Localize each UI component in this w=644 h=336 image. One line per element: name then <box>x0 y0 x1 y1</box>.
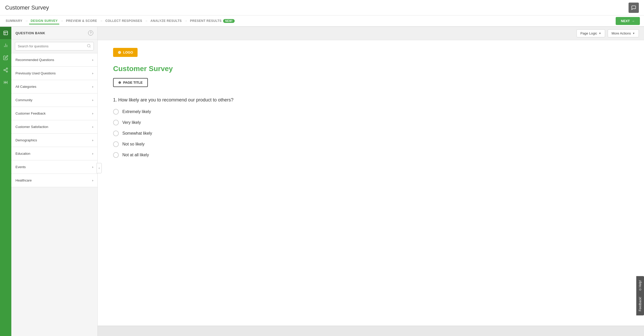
new-badge: NEW! <box>223 19 235 23</box>
chevron-right-icon: › <box>92 58 93 62</box>
qb-title: QUESTION BANK <box>15 31 45 35</box>
chevron-right-icon: › <box>92 111 93 115</box>
nav-bar: SUMMARY → DESIGN SURVEY → PREVIEW & SCOR… <box>0 15 644 27</box>
nav-step-preview[interactable]: PREVIEW & SCORE <box>64 18 99 24</box>
radio-button-5[interactable] <box>113 152 119 158</box>
radio-button-2[interactable] <box>113 120 119 125</box>
qb-item-customer-feedback[interactable]: Customer Feedback › <box>11 107 97 120</box>
sidebar-icon-settings[interactable] <box>0 76 11 89</box>
survey-title: Customer Survey <box>113 65 629 73</box>
chevron-right-icon: › <box>92 98 93 102</box>
qb-header: QUESTION BANK ? <box>11 27 97 39</box>
plus-circle-icon-2: ⊕ <box>118 81 121 84</box>
question-1-text: 1. How likely are you to recommend our p… <box>113 97 629 103</box>
qb-item-events[interactable]: Events › <box>11 160 97 174</box>
sidebar-icon-flow[interactable] <box>0 64 11 76</box>
answer-label-5: Not at all likely <box>122 153 149 157</box>
survey-content: ⊕ LOGO Customer Survey ⊕ PAGE TITLE 1. H… <box>98 40 644 326</box>
answer-option-2: Very likely <box>113 120 629 125</box>
nav-steps: SUMMARY → DESIGN SURVEY → PREVIEW & SCOR… <box>4 18 236 24</box>
next-arrow-icon: → <box>631 19 635 23</box>
survey-canvas: Page Logic ▼ More Actions ▼ ⊕ LOGO Custo… <box>98 27 644 336</box>
nav-step-collect[interactable]: COLLECT RESPONSES <box>104 18 144 24</box>
qb-item-customer-satisfaction[interactable]: Customer Satisfaction › <box>11 120 97 134</box>
svg-line-16 <box>90 47 90 47</box>
answer-option-1: Extremely likely <box>113 109 629 115</box>
search-icon <box>87 44 91 49</box>
page-logic-button[interactable]: Page Logic ▼ <box>577 29 605 37</box>
radio-button-4[interactable] <box>113 141 119 147</box>
app-title: Customer Survey <box>5 4 49 11</box>
canvas-toolbar: Page Logic ▼ More Actions ▼ <box>98 27 644 40</box>
answer-label-2: Very likely <box>122 120 141 125</box>
header-right <box>629 3 639 13</box>
nav-arrow-2: → <box>60 19 63 23</box>
radio-button-1[interactable] <box>113 109 119 115</box>
qb-search-area <box>11 39 97 53</box>
sidebar-icon-chart[interactable] <box>0 39 11 51</box>
chevron-right-icon: › <box>92 85 93 89</box>
sidebar-icon-edit[interactable] <box>0 51 11 64</box>
chevron-right-icon: › <box>92 152 93 156</box>
radio-button-3[interactable] <box>113 131 119 136</box>
nav-arrow-5: → <box>184 19 188 23</box>
collapse-panel-button[interactable]: ‹ <box>97 163 102 173</box>
answer-option-3: Somewhat likely <box>113 131 629 136</box>
nav-step-analyze[interactable]: ANALYZE RESULTS <box>149 18 183 24</box>
search-input[interactable] <box>18 44 87 48</box>
nav-step-summary[interactable]: SUMMARY <box>4 18 24 24</box>
svg-point-6 <box>6 68 8 69</box>
chevron-down-icon: ▼ <box>632 32 635 35</box>
qb-category-list: Recommended Questions › Previously Used … <box>11 53 97 336</box>
chevron-right-icon: › <box>92 178 93 182</box>
chat-button[interactable] <box>629 3 639 13</box>
qb-item-recommended[interactable]: Recommended Questions › <box>11 53 97 67</box>
chevron-right-icon: › <box>92 125 93 129</box>
answer-label-3: Somewhat likely <box>122 131 152 136</box>
answer-label-4: Not so likely <box>122 142 145 147</box>
nav-arrow-4: → <box>145 19 148 23</box>
answer-option-4: Not so likely <box>113 141 629 147</box>
chevron-right-icon: › <box>92 165 93 169</box>
answer-label-1: Extremely likely <box>122 109 151 114</box>
plus-circle-icon: ⊕ <box>118 50 121 55</box>
svg-rect-0 <box>4 31 8 35</box>
qb-item-education[interactable]: Education › <box>11 147 97 160</box>
nav-arrow-1: → <box>25 19 28 23</box>
qb-item-healthcare[interactable]: Healthcare › <box>11 174 97 187</box>
nav-step-design[interactable]: DESIGN SURVEY <box>29 18 59 24</box>
main-layout: QUESTION BANK ? Recommended Questions › … <box>0 27 644 336</box>
sidebar-icon-survey[interactable] <box>0 27 11 39</box>
svg-point-7 <box>4 70 5 71</box>
add-logo-button[interactable]: ⊕ LOGO <box>113 48 138 57</box>
answer-option-5: Not at all likely <box>113 152 629 158</box>
icon-sidebar <box>0 27 11 336</box>
svg-line-9 <box>5 70 6 71</box>
qb-item-previously-used[interactable]: Previously Used Questions › <box>11 67 97 80</box>
svg-point-15 <box>87 44 90 47</box>
more-actions-button[interactable]: More Actions ▼ <box>608 29 639 37</box>
nav-step-present[interactable]: PRESENT RESULTS NEW! <box>189 18 236 24</box>
search-wrap <box>15 42 94 50</box>
qb-item-community[interactable]: Community › <box>11 93 97 107</box>
svg-line-10 <box>5 69 6 70</box>
question-1: 1. How likely are you to recommend our p… <box>113 97 629 158</box>
nav-arrow-3: → <box>100 19 103 23</box>
qb-item-all-categories[interactable]: All Categories › <box>11 80 97 93</box>
qb-help-button[interactable]: ? <box>88 30 93 36</box>
qb-item-demographics[interactable]: Demographics › <box>11 134 97 147</box>
next-button[interactable]: NEXT → <box>616 17 640 25</box>
chevron-right-icon: › <box>92 138 93 142</box>
add-page-title-button[interactable]: ⊕ PAGE TITLE <box>113 78 148 87</box>
svg-point-8 <box>6 71 8 72</box>
canvas-bottom <box>98 326 644 336</box>
chevron-right-icon: › <box>92 71 93 75</box>
feedback-button[interactable]: Feedback! <box>636 293 644 315</box>
question-bank-panel: QUESTION BANK ? Recommended Questions › … <box>11 27 98 336</box>
help-button[interactable]: ⊙ Help! <box>636 276 644 295</box>
top-header: Customer Survey <box>0 0 644 15</box>
chevron-down-icon: ▼ <box>599 32 601 35</box>
